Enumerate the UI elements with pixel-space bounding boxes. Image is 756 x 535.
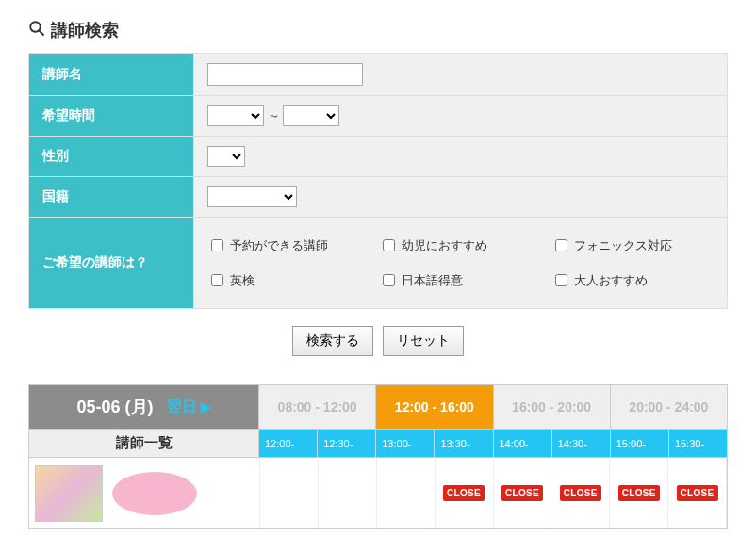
slot-cell[interactable]	[319, 458, 377, 528]
preference-checkbox[interactable]	[383, 274, 395, 286]
label-time: 希望時間	[29, 96, 194, 137]
time-range-tab[interactable]: 08:00 - 12:00	[259, 384, 376, 430]
close-badge: CLOSE	[501, 485, 543, 501]
search-form-table: 講師名 希望時間 ～ 性別 国籍 ご希望の講師は？	[28, 53, 728, 309]
close-badge: CLOSE	[618, 485, 660, 501]
slot-header: 13:00-	[376, 430, 435, 458]
preference-option[interactable]: 英検	[207, 271, 370, 289]
preference-checkbox[interactable]	[555, 239, 567, 251]
preference-checkbox[interactable]	[211, 239, 223, 251]
preference-option[interactable]: 日本語得意	[379, 271, 541, 289]
teacher-cell[interactable]	[29, 458, 260, 528]
slot-cell[interactable]	[377, 458, 436, 528]
preference-checkbox[interactable]	[211, 274, 223, 286]
label-nationality: 国籍	[29, 177, 194, 218]
preference-option[interactable]: 予約ができる講師	[207, 236, 370, 254]
page-title-text: 講師検索	[51, 19, 119, 41]
schedule-sub-header: 講師一覧 12:00-12:30-13:00-13:30-14:00-14:30…	[28, 430, 728, 458]
preference-checkbox[interactable]	[555, 274, 567, 286]
preference-option-label: 日本語得意	[402, 272, 463, 289]
label-gender: 性別	[29, 137, 194, 177]
preference-checkbox[interactable]	[383, 239, 395, 251]
preference-option[interactable]: フォニックス対応	[551, 236, 714, 254]
preference-option[interactable]: 大人おすすめ	[551, 271, 714, 289]
slot-header: 15:00-	[611, 430, 669, 458]
slot-header: 12:00-	[259, 430, 318, 458]
time-to-select[interactable]	[283, 105, 339, 126]
date-cell: 05-06 (月) 翌日 ▶	[28, 384, 259, 430]
label-preference: ご希望の講師は？	[29, 218, 194, 309]
slot-header: 15:30-	[669, 430, 728, 458]
teacher-name-masked	[112, 472, 197, 515]
preference-option[interactable]: 幼児におすすめ	[379, 236, 541, 254]
close-badge: CLOSE	[443, 485, 485, 501]
label-name: 講師名	[29, 54, 194, 96]
slot-cell: CLOSE	[494, 458, 552, 528]
preference-option-label: 予約ができる講師	[230, 237, 328, 254]
time-range-tab[interactable]: 20:00 - 24:00	[611, 384, 728, 430]
time-range-tab[interactable]: 16:00 - 20:00	[494, 384, 611, 430]
slot-cell: CLOSE	[610, 458, 668, 528]
time-separator: ～	[268, 108, 280, 122]
slot-header: 14:30-	[552, 430, 611, 458]
preference-option-label: フォニックス対応	[574, 237, 672, 254]
close-badge: CLOSE	[560, 485, 601, 501]
slot-header: 12:30-	[318, 430, 376, 458]
preference-option-label: 英検	[230, 272, 255, 289]
close-badge: CLOSE	[677, 485, 718, 501]
nationality-select[interactable]	[207, 186, 297, 207]
preference-option-label: 大人おすすめ	[574, 272, 648, 289]
button-row: 検索する リセット	[28, 326, 728, 356]
slot-header: 14:00-	[494, 430, 552, 458]
time-from-select[interactable]	[207, 105, 264, 126]
preference-option-label: 幼児におすすめ	[402, 237, 487, 254]
chevron-right-icon: ▶	[201, 399, 211, 414]
page-title: 講師検索	[28, 19, 728, 41]
time-range-tab[interactable]: 12:00 - 16:00	[376, 384, 493, 430]
svg-line-1	[39, 30, 43, 35]
gender-select[interactable]	[207, 146, 245, 167]
teacher-row: CLOSECLOSECLOSECLOSECLOSE	[28, 458, 728, 529]
slot-cell: CLOSE	[668, 458, 727, 528]
search-button[interactable]: 検索する	[292, 326, 373, 356]
reset-button[interactable]: リセット	[383, 326, 464, 356]
slot-cell: CLOSE	[436, 458, 494, 528]
slot-cell[interactable]	[260, 458, 319, 528]
search-icon	[28, 20, 45, 41]
slot-cell: CLOSE	[551, 458, 610, 528]
next-day-label: 翌日	[167, 397, 197, 417]
date-text: 05-06 (月)	[76, 396, 153, 418]
schedule-header: 05-06 (月) 翌日 ▶ 08:00 - 12:0012:00 - 16:0…	[28, 384, 728, 430]
next-day-button[interactable]: 翌日 ▶	[167, 397, 211, 417]
svg-point-0	[30, 22, 41, 32]
teacher-list-header: 講師一覧	[28, 430, 259, 458]
avatar	[35, 465, 103, 522]
preference-grid: 予約ができる講師幼児におすすめフォニックス対応英検日本語得意大人おすすめ	[207, 227, 714, 299]
slot-header: 13:30-	[435, 430, 493, 458]
teacher-name-input[interactable]	[207, 63, 363, 86]
